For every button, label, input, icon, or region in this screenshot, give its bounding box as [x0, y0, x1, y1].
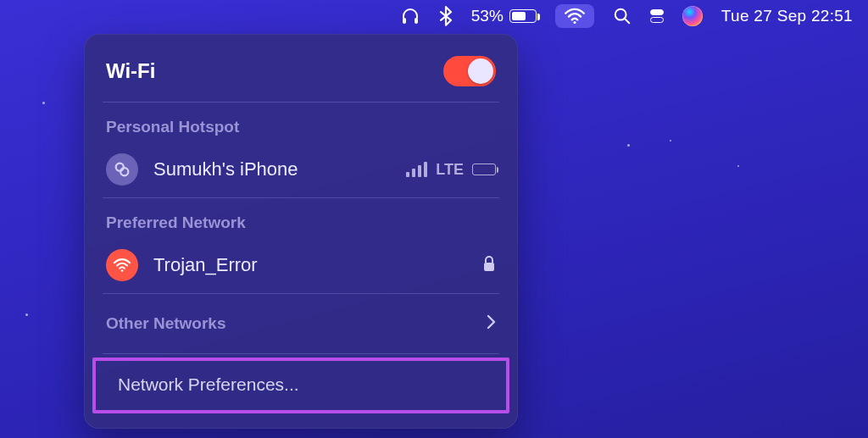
preferred-network-name: Trojan_Error	[153, 254, 258, 276]
battery-percent-label: 53%	[471, 7, 504, 25]
desktop-star	[42, 102, 45, 104]
wifi-network-icon	[106, 249, 138, 281]
wifi-header-row: Wi-Fi	[84, 46, 518, 98]
network-preferences-highlight: Network Preferences...	[92, 358, 509, 413]
menubar-datetime[interactable]: Tue 27 Sep 22:51	[721, 7, 853, 25]
cellular-bars-icon	[406, 162, 427, 177]
lock-icon	[482, 255, 496, 275]
svg-rect-7	[484, 263, 494, 271]
svg-point-2	[573, 21, 576, 24]
wifi-title: Wi-Fi	[106, 59, 155, 83]
wifi-menubar-button[interactable]	[555, 4, 594, 28]
divider	[103, 197, 499, 198]
headphones-icon[interactable]	[400, 6, 420, 26]
divider	[103, 102, 499, 103]
other-networks-label: Other Networks	[106, 314, 225, 333]
divider	[103, 353, 499, 354]
network-preferences-item[interactable]: Network Preferences...	[96, 361, 506, 410]
battery-status[interactable]: 53%	[471, 7, 537, 25]
wifi-toggle[interactable]	[443, 56, 496, 86]
cellular-type-label: LTE	[436, 161, 464, 179]
svg-rect-0	[403, 18, 406, 24]
chevron-right-icon	[486, 313, 496, 335]
bluetooth-icon[interactable]	[439, 6, 453, 26]
other-networks-row[interactable]: Other Networks	[84, 297, 518, 350]
desktop-star	[670, 140, 671, 141]
hotspot-signal-group: LTE	[406, 161, 496, 179]
wifi-dropdown-panel: Wi-Fi Personal Hotspot Sumukh's iPhone L…	[84, 34, 518, 429]
hotspot-icon	[106, 153, 138, 186]
svg-point-4	[116, 164, 124, 171]
svg-point-5	[120, 168, 128, 175]
desktop-star	[737, 165, 739, 167]
menubar: 53% Tue 27 Sep 22:51	[0, 0, 868, 32]
section-hotspot-header: Personal Hotspot	[84, 106, 518, 145]
siri-icon[interactable]	[682, 6, 703, 26]
desktop-star	[25, 313, 28, 316]
battery-fill	[512, 12, 526, 20]
svg-point-6	[121, 269, 124, 272]
spotlight-search-icon[interactable]	[613, 7, 632, 25]
hotspot-item[interactable]: Sumukh's iPhone LTE	[84, 145, 518, 194]
desktop-star	[627, 144, 630, 147]
control-center-icon[interactable]	[650, 9, 664, 23]
network-preferences-label: Network Preferences...	[118, 374, 299, 394]
section-preferred-header: Preferred Network	[84, 202, 518, 241]
hotspot-name: Sumukh's iPhone	[153, 158, 298, 180]
battery-icon	[509, 9, 537, 23]
hotspot-battery-icon	[472, 164, 496, 175]
preferred-network-item[interactable]: Trojan_Error	[84, 241, 518, 290]
svg-rect-1	[415, 18, 418, 24]
wifi-toggle-knob	[468, 58, 493, 84]
divider	[103, 293, 499, 294]
